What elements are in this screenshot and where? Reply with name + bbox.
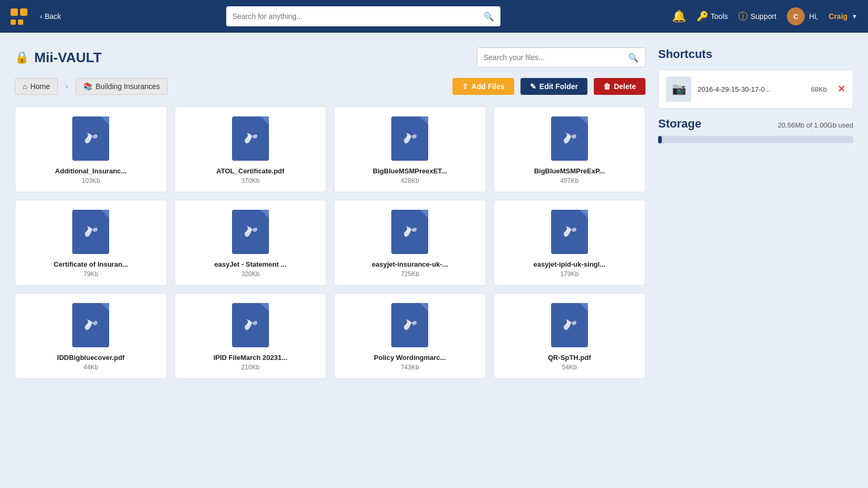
- pdf-icon: [232, 303, 269, 347]
- file-card[interactable]: easyjet-insurance-uk-... 725Kb: [334, 200, 486, 286]
- pdf-symbol: [401, 129, 419, 152]
- breadcrumb-folder[interactable]: 📚 Building Insurances: [75, 78, 168, 95]
- nav-actions: 🔔 🔑 Tools ⓘ Support C Hi, Craig ▼: [672, 7, 857, 25]
- vault-search-input[interactable]: [484, 53, 624, 62]
- storage-section: Storage 20.56Mb of 1.00Gb used: [658, 117, 853, 143]
- file-card[interactable]: IPID FileMarch 20231... 210Kb: [175, 293, 327, 379]
- file-card[interactable]: Policy Wordingmarc... 743Kb: [334, 293, 486, 379]
- delete-label: Delete: [614, 82, 636, 91]
- logo-dot: [11, 19, 16, 25]
- pdf-symbol: [242, 129, 259, 152]
- shortcuts-title: Shortcuts: [658, 47, 853, 61]
- shortcut-thumbnail: 📷: [666, 76, 691, 102]
- pdf-symbol: [401, 315, 419, 339]
- file-name: IPID FileMarch 20231...: [214, 354, 287, 362]
- search-icon[interactable]: 🔍: [484, 12, 494, 22]
- search-icon[interactable]: 🔍: [628, 53, 639, 63]
- file-name: BigBlueMSMPreexET...: [373, 167, 447, 175]
- global-search-box: 🔍: [226, 6, 500, 26]
- tools-icon: 🔑: [697, 11, 708, 22]
- back-arrow-icon: ‹: [40, 12, 43, 21]
- content-area: 🔒 Mii-VAULT 🔍 ⌂ Home › 📚 Building Insura…: [15, 47, 645, 379]
- vault-title: 🔒 Mii-VAULT: [15, 50, 102, 66]
- file-size: 103Kb: [82, 177, 100, 184]
- file-name: BigBlueMSMPreExP...: [534, 167, 605, 175]
- file-card[interactable]: QR-SpTH.pdf 54Kb: [494, 293, 646, 379]
- file-card[interactable]: easyjet-ipid-uk-singl... 179Kb: [494, 200, 646, 286]
- notification-bell-icon[interactable]: 🔔: [672, 9, 686, 23]
- pdf-icon: [72, 116, 109, 161]
- file-name: ATOL_Certificate.pdf: [216, 167, 284, 175]
- back-button[interactable]: ‹ Back: [40, 12, 61, 21]
- tools-label: Tools: [711, 12, 728, 21]
- nav-search-wrap: 🔍: [70, 6, 657, 26]
- file-card[interactable]: BigBlueMSMPreexET... 428Kb: [334, 106, 486, 192]
- support-icon: ⓘ: [738, 10, 748, 23]
- add-files-button[interactable]: ⇧ Add Files: [452, 78, 514, 95]
- logo-dot: [11, 8, 18, 16]
- pdf-symbol: [561, 315, 578, 339]
- user-name: Craig: [828, 12, 847, 21]
- file-name: IDDBigbluecover.pdf: [57, 354, 124, 362]
- support-label: Support: [750, 12, 776, 21]
- storage-bar-fill: [658, 136, 662, 143]
- support-menu[interactable]: ⓘ Support: [738, 10, 776, 23]
- file-size: 370Kb: [241, 177, 259, 184]
- shortcut-card[interactable]: 📷 2016-4-29-15-30-17-0... 68Kb ✕: [658, 70, 853, 109]
- storage-header: Storage 20.56Mb of 1.00Gb used: [658, 117, 853, 131]
- file-name: Additional_Insuranc...: [55, 167, 127, 175]
- avatar: C: [787, 7, 805, 25]
- pdf-symbol: [561, 129, 578, 152]
- file-size: 457Kb: [560, 177, 578, 184]
- pdf-icon: [391, 210, 428, 254]
- file-card[interactable]: easyJet - Statement ... 320Kb: [175, 200, 327, 286]
- pdf-symbol: [561, 222, 578, 246]
- file-size: 428Kb: [401, 177, 419, 184]
- tools-menu[interactable]: 🔑 Tools: [697, 11, 728, 22]
- breadcrumb-home[interactable]: ⌂ Home: [15, 78, 58, 95]
- user-menu[interactable]: C Hi, Craig ▼: [787, 7, 857, 25]
- file-name: easyJet - Statement ...: [214, 260, 286, 268]
- global-search-input[interactable]: [233, 12, 479, 21]
- breadcrumb-separator: ›: [65, 82, 68, 91]
- file-card[interactable]: BigBlueMSMPreExP... 457Kb: [494, 106, 646, 192]
- pdf-icon: [391, 116, 428, 161]
- user-greeting: Hi,: [809, 12, 818, 21]
- storage-bar-background: [658, 136, 853, 143]
- pdf-icon: [232, 116, 269, 161]
- logo-dot: [20, 8, 27, 16]
- pdf-icon: [232, 210, 269, 254]
- breadcrumb-folder-label: Building Insurances: [95, 82, 160, 91]
- shortcut-close-button[interactable]: ✕: [837, 83, 845, 95]
- pdf-symbol: [82, 222, 100, 246]
- back-label: Back: [45, 12, 61, 21]
- add-files-label: Add Files: [471, 82, 505, 91]
- storage-info: 20.56Mb of 1.00Gb used: [778, 121, 853, 129]
- file-card[interactable]: IDDBigbluecover.pdf 44Kb: [15, 293, 167, 379]
- pdf-symbol: [82, 315, 100, 339]
- top-navigation: ‹ Back 🔍 🔔 🔑 Tools ⓘ Support C Hi, Craig…: [0, 0, 868, 33]
- home-icon: ⌂: [23, 82, 27, 91]
- file-card[interactable]: Additional_Insuranc... 103Kb: [15, 106, 167, 192]
- edit-folder-button[interactable]: ✎ Edit Folder: [520, 78, 587, 95]
- vault-header: 🔒 Mii-VAULT 🔍: [15, 47, 645, 67]
- pdf-symbol: [242, 222, 259, 246]
- pdf-symbol: [401, 222, 419, 246]
- pdf-symbol: [82, 129, 100, 152]
- file-size: 79Kb: [83, 270, 98, 278]
- file-size: 54Kb: [562, 364, 577, 371]
- main-content: 🔒 Mii-VAULT 🔍 ⌂ Home › 📚 Building Insura…: [0, 33, 868, 389]
- file-card[interactable]: ATOL_Certificate.pdf 370Kb: [175, 106, 327, 192]
- folder-icon: 📚: [83, 82, 92, 91]
- file-name: Certificate of Insuran...: [54, 260, 128, 268]
- file-card[interactable]: Certificate of Insuran... 79Kb: [15, 200, 167, 286]
- lock-icon: 🔒: [15, 51, 29, 64]
- storage-title: Storage: [658, 117, 701, 131]
- vault-search-box: 🔍: [477, 47, 645, 67]
- file-name: QR-SpTH.pdf: [548, 354, 591, 362]
- user-chevron-icon: ▼: [852, 13, 857, 19]
- delete-button[interactable]: 🗑 Delete: [594, 78, 645, 95]
- file-size: 210Kb: [241, 364, 259, 371]
- pdf-icon: [72, 303, 109, 347]
- upload-icon: ⇧: [462, 82, 468, 91]
